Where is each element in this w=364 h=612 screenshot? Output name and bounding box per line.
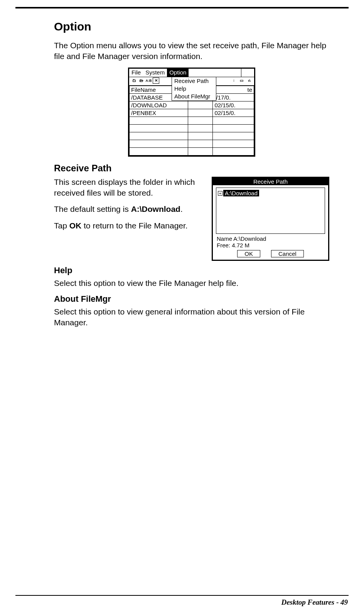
table-row[interactable] (130, 117, 254, 124)
cancel-button[interactable]: Cancel (271, 250, 304, 257)
table-row[interactable] (130, 140, 254, 147)
folder-tree[interactable]: + A:\Download (216, 188, 325, 234)
menubar-end (241, 69, 254, 77)
top-rule (15, 7, 349, 8)
dropdown-receive-path[interactable]: Receive Path (172, 77, 216, 85)
heading-option: Option (54, 20, 329, 33)
delete-icon[interactable]: ✕ (153, 78, 159, 84)
paragraph-about: Select this option to view general infor… (54, 306, 329, 328)
exit-icon[interactable]: ⎌ (246, 78, 253, 84)
heading-about: About FileMgr (54, 294, 329, 304)
table-row[interactable] (130, 147, 254, 155)
option-dropdown: Receive Path Help About FileMgr (172, 77, 216, 101)
paragraph-help: Select this option to view the File Mana… (54, 278, 329, 289)
table-row[interactable] (130, 132, 254, 140)
col-date[interactable]: te (213, 86, 254, 93)
ok-button[interactable]: OK (237, 250, 260, 257)
screenshot-file-manager: File System Option 🗀 🗁 A:B ✕ ↕ ▭ ⎌ (128, 68, 255, 157)
dropdown-about[interactable]: About FileMgr (172, 93, 216, 100)
dialog-title: Receive Path (213, 178, 328, 185)
new-folder-icon[interactable]: 🗀 (131, 78, 137, 84)
drive-select-icon[interactable]: A:B (145, 78, 152, 84)
folder-node[interactable]: A:\Download (223, 190, 259, 196)
paragraph-receive-path-1: This screen displays the folder in which… (54, 177, 201, 199)
table-row[interactable] (130, 124, 254, 132)
expand-icon[interactable]: + (218, 191, 222, 196)
menu-file[interactable]: File (129, 69, 143, 77)
menu-option[interactable]: Option (167, 69, 189, 77)
free-row: Free: 4.72 M (213, 242, 328, 249)
screenshot-receive-path: Receive Path + A:\Download Name A:\Downl… (212, 177, 329, 261)
bottom-rule (15, 595, 349, 596)
page-footer: Desktop Features - 49 (281, 598, 348, 607)
paragraph-receive-path-2: The default setting is A:\Download. (54, 204, 201, 215)
sort-icon[interactable]: ↕ (231, 78, 237, 84)
paragraph-option-intro: The Option menu allows you to view the s… (54, 40, 329, 62)
table-row[interactable]: /PENBEX02/15/0. (130, 109, 254, 117)
table-row[interactable]: /DOWNLOAD02/15/0. (130, 101, 254, 109)
heading-help: Help (54, 265, 329, 276)
name-row: Name A:\Download (213, 235, 328, 242)
menu-system[interactable]: System (143, 69, 167, 77)
view-icon[interactable]: ▭ (238, 78, 245, 84)
heading-receive-path: Receive Path (54, 163, 329, 174)
open-folder-icon[interactable]: 🗁 (138, 78, 145, 84)
paragraph-receive-path-3: Tap OK to return to the File Manager. (54, 220, 201, 231)
menubar: File System Option (129, 69, 254, 77)
toolbar: 🗀 🗁 A:B ✕ ↕ ▭ ⎌ Receive Path Help About … (129, 77, 254, 86)
dropdown-help[interactable]: Help (172, 85, 216, 93)
